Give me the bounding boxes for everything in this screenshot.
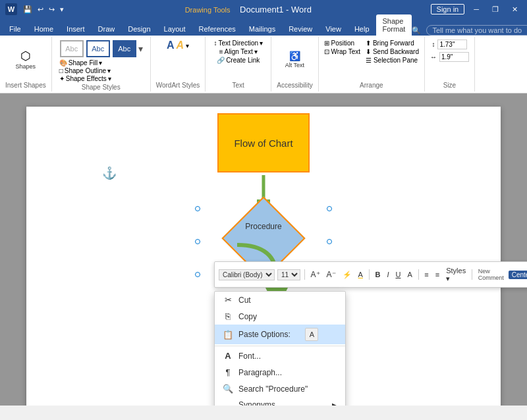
ribbon-group-size: ↕ 1.73" ↔ 1.9" Size bbox=[425, 37, 475, 92]
redo-qa-btn[interactable]: ↪ bbox=[47, 5, 57, 14]
italic-btn[interactable]: I bbox=[385, 270, 391, 279]
size-height-input[interactable]: 1.73" bbox=[437, 39, 467, 49]
document-area: ⚓ Flow of Chart bbox=[0, 93, 527, 406]
ctx-cut[interactable]: ✂ Cut bbox=[215, 292, 345, 308]
accessibility-label: Accessibility bbox=[277, 82, 312, 89]
highlight-btn[interactable]: A bbox=[405, 270, 414, 279]
wrap-text-btn[interactable]: ⊡ Wrap Text bbox=[324, 48, 360, 55]
save-qa-btn[interactable]: 💾 bbox=[21, 5, 34, 14]
ctx-synonyms[interactable]: Synonyms ▶ bbox=[215, 397, 345, 406]
font-selector[interactable]: Calibri (Body) bbox=[219, 269, 275, 280]
mini-toolbar: Calibri (Body) 11 A⁺ A⁻ ⚡ A B I U A ≡ ≡ … bbox=[214, 261, 527, 288]
text-label: Text bbox=[233, 82, 244, 89]
increase-font-btn[interactable]: A⁺ bbox=[309, 269, 322, 280]
shape-style-1[interactable]: Abc bbox=[60, 40, 84, 57]
tell-me-input[interactable] bbox=[426, 25, 527, 36]
restore-btn[interactable]: ❐ bbox=[488, 4, 503, 15]
size-width-input[interactable]: 1.9" bbox=[439, 52, 469, 62]
tab-insert[interactable]: Insert bbox=[60, 22, 92, 36]
tab-shape-format[interactable]: Shape Format bbox=[376, 14, 412, 36]
page: ⚓ Flow of Chart bbox=[26, 107, 501, 406]
send-backward-btn[interactable]: ⬇ Send Backward bbox=[366, 48, 419, 55]
shape-style-2[interactable]: Abc bbox=[86, 40, 110, 57]
tab-review[interactable]: Review bbox=[282, 22, 319, 36]
ctx-search[interactable]: 🔍 Search "Procedure" bbox=[215, 381, 345, 397]
tab-home[interactable]: Home bbox=[28, 22, 60, 36]
shapes-button[interactable]: ⬡ Shapes bbox=[12, 48, 40, 72]
handle-tr bbox=[327, 206, 332, 211]
search-icon: 🔍 bbox=[412, 26, 421, 35]
position-btn[interactable]: ⊞ Position bbox=[324, 39, 360, 47]
size-content: ↕ 1.73" ↔ 1.9" bbox=[430, 39, 469, 80]
wordart-a2-icon: A bbox=[176, 39, 184, 51]
close-btn[interactable]: ✕ bbox=[508, 4, 522, 15]
selection-pane-btn[interactable]: ☰ Selection Pane bbox=[366, 57, 419, 64]
alt-text-btn[interactable]: ♿ Alt Text bbox=[281, 49, 308, 70]
ribbon: ⬡ Shapes Insert Shapes Abc Abc Abc ▾ 🎨 S… bbox=[0, 36, 527, 93]
decrease-font-btn[interactable]: A⁻ bbox=[325, 269, 338, 280]
styles-btn[interactable]: Styles ▾ bbox=[444, 266, 468, 284]
shape-outline-btn[interactable]: □ Shape Outline ▾ bbox=[59, 67, 111, 74]
sign-in-button[interactable]: Sign in bbox=[431, 4, 465, 14]
font-size-selector[interactable]: 11 bbox=[277, 269, 300, 280]
numbering-btn[interactable]: ≡ bbox=[433, 270, 441, 279]
create-link-btn[interactable]: 🔗 Create Link bbox=[217, 57, 260, 64]
tab-help[interactable]: Help bbox=[348, 22, 376, 36]
create-link-icon: 🔗 bbox=[217, 57, 225, 64]
shapes-icon: ⬡ bbox=[20, 50, 31, 62]
ctx-paragraph[interactable]: ¶ Paragraph... bbox=[215, 364, 345, 381]
bring-forward-icon: ⬆ bbox=[366, 39, 371, 47]
shape-effects-dropdown[interactable]: ▾ bbox=[108, 75, 111, 82]
shape-styles-label: Shape Styles bbox=[82, 84, 121, 91]
ctx-paste-options[interactable]: 📋 Paste Options: A bbox=[215, 325, 345, 344]
send-backward-icon: ⬇ bbox=[366, 48, 371, 55]
shape-fill-btn[interactable]: 🎨 Shape Fill ▾ bbox=[59, 59, 111, 66]
undo-qa-btn[interactable]: ↩ bbox=[36, 5, 45, 14]
title-bar-left: W 💾 ↩ ↪ ▾ bbox=[5, 3, 66, 15]
tab-layout[interactable]: Layout bbox=[157, 22, 192, 36]
ctx-copy[interactable]: ⎘ Copy bbox=[215, 308, 345, 325]
paste-keep-source[interactable]: A bbox=[305, 328, 318, 341]
shape-style-3[interactable]: Abc bbox=[113, 40, 136, 57]
insert-shapes-label: Insert Shapes bbox=[5, 82, 46, 89]
flow-chart-box[interactable]: Flow of Chart bbox=[217, 113, 310, 172]
shape-fill-dropdown[interactable]: ▾ bbox=[99, 59, 102, 66]
bold-btn[interactable]: B bbox=[373, 270, 382, 279]
wrap-text-icon: ⊡ bbox=[324, 48, 329, 55]
shape-fill-icon: 🎨 bbox=[59, 59, 67, 66]
tab-mailings[interactable]: Mailings bbox=[242, 22, 282, 36]
new-comment-btn[interactable]: NewComment bbox=[476, 267, 506, 282]
shape-styles-expand[interactable]: ▾ bbox=[138, 43, 143, 54]
paste-icon: 📋 bbox=[223, 330, 233, 340]
font-color-btn[interactable]: A bbox=[356, 270, 365, 279]
tab-design[interactable]: Design bbox=[121, 22, 157, 36]
bullets-btn[interactable]: ≡ bbox=[422, 270, 430, 279]
shape-outline-dropdown[interactable]: ▾ bbox=[107, 67, 111, 74]
tab-draw[interactable]: Draw bbox=[92, 22, 122, 36]
ribbon-group-arrange: ⊞ Position ⊡ Wrap Text ⬆ Bring Forward ⬇ bbox=[319, 37, 425, 92]
customize-qa-btn[interactable]: ▾ bbox=[58, 5, 66, 14]
tab-file[interactable]: File bbox=[3, 22, 28, 36]
bring-forward-btn[interactable]: ⬆ Bring Forward bbox=[366, 39, 419, 47]
align-text-btn[interactable]: ≡ Align Text ▾ bbox=[219, 48, 258, 55]
alt-text-icon: ♿ bbox=[289, 51, 300, 61]
arrange-content: ⊞ Position ⊡ Wrap Text ⬆ Bring Forward ⬇ bbox=[324, 39, 419, 80]
title-bar-right: Sign in ─ ❐ ✕ bbox=[431, 4, 522, 15]
wordart-expand[interactable]: ▾ bbox=[186, 42, 189, 49]
text-direction-icon: ↕ bbox=[213, 39, 217, 47]
center-btn[interactable]: Center bbox=[509, 271, 527, 279]
tab-references[interactable]: References bbox=[192, 22, 242, 36]
ctx-font[interactable]: A Font... bbox=[215, 348, 345, 364]
shape-effects-btn[interactable]: ✦ Shape Effects ▾ bbox=[59, 75, 111, 82]
underline-btn[interactable]: U bbox=[393, 270, 402, 279]
selection-pane-icon: ☰ bbox=[366, 57, 372, 64]
minimize-btn[interactable]: ─ bbox=[470, 4, 483, 14]
font-icon: A bbox=[223, 351, 233, 361]
text-direction-btn[interactable]: ↕ Text Direction ▾ bbox=[213, 39, 263, 47]
tab-view[interactable]: View bbox=[319, 22, 348, 36]
title-bar: W 💾 ↩ ↪ ▾ Drawing Tools Document1 - Word… bbox=[0, 0, 527, 18]
format-painter-btn[interactable]: ⚡ bbox=[341, 270, 354, 280]
context-menu: ✂ Cut ⎘ Copy 📋 Paste Options: A A Font..… bbox=[214, 291, 346, 406]
align-text-icon: ≡ bbox=[219, 48, 223, 55]
document-title: Document1 - Word bbox=[240, 5, 312, 14]
